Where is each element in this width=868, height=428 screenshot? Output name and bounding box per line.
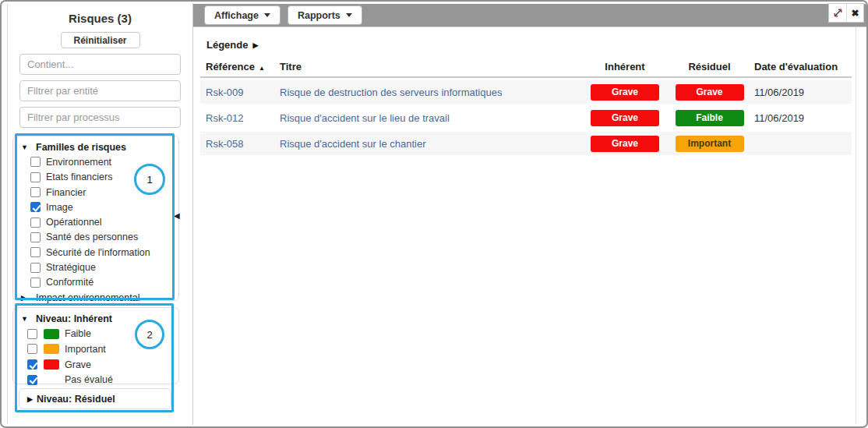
level-item-pas-evalue[interactable]: Pas évalué (13, 372, 178, 387)
diagonal-resize-icon (833, 8, 843, 18)
faible-color-swatch (44, 329, 59, 339)
checkbox-environnement[interactable] (30, 157, 41, 167)
contains-input[interactable] (19, 54, 181, 75)
column-header-inherent[interactable]: Inhérent (582, 61, 668, 73)
table-row[interactable]: Rsk-009 Risque de destruction des serveu… (200, 80, 852, 104)
entity-filter-input[interactable] (19, 80, 181, 101)
checkbox-important[interactable] (27, 344, 37, 354)
grave-color-swatch (44, 359, 59, 370)
legend-toggle[interactable]: Légende ▶ (206, 39, 258, 51)
residual-level-badge: Grave (676, 84, 744, 101)
evaluation-date: 11/06/2019 (751, 87, 849, 98)
risk-reference-link[interactable]: Rsk-009 (200, 87, 280, 98)
filter-sidebar: Risques (3) Réinitialiser ▼ Familles de … (8, 2, 192, 426)
display-dropdown-button[interactable]: Affichage (204, 5, 281, 25)
inner-frame-right (856, 4, 856, 424)
main-toolbar: Affichage Rapports (193, 4, 868, 27)
expand-window-button[interactable] (829, 4, 846, 22)
checkbox-conformite[interactable] (30, 278, 41, 288)
sidebar-collapse-icon[interactable]: ◀ (174, 211, 180, 220)
risk-title-link[interactable]: Risque de destruction des serveurs infor… (280, 87, 582, 98)
residual-level-header[interactable]: ▶ Niveau: Résiduel (19, 389, 171, 409)
family-item-image[interactable]: Image (13, 200, 178, 214)
risk-title-link[interactable]: Risque d'accident sur le lieu de travail (280, 112, 582, 124)
risk-reference-link[interactable]: Rsk-058 (200, 138, 280, 150)
checkbox-etats-financiers[interactable] (30, 172, 41, 182)
page-title: Risques (3) (8, 12, 192, 25)
residual-level-badge: Faible (676, 110, 744, 126)
family-item-operationnel[interactable]: Opérationnel (13, 214, 178, 229)
chevron-collapsed-icon: ▶ (27, 395, 37, 403)
close-icon: ✖ (851, 9, 859, 18)
families-header[interactable]: ▼ Familles de risques (13, 140, 178, 154)
family-item-sante[interactable]: Santé des personnes (13, 230, 178, 245)
column-header-reference[interactable]: Référence▲ (200, 61, 280, 73)
inherent-level-badge: Grave (591, 136, 659, 152)
impact-environnemental-group[interactable]: ▶ Impact environnemental (13, 290, 178, 305)
chevron-collapsed-icon: ▶ (21, 294, 30, 302)
residual-level-badge: Important (676, 136, 744, 152)
reset-button[interactable]: Réinitialiser (61, 32, 140, 48)
checkbox-securite-info[interactable] (30, 247, 41, 257)
residual-level-panel: ▶ Niveau: Résiduel (19, 388, 171, 409)
table-header-row: Référence▲ Titre Inhérent Résiduel Date … (200, 56, 852, 78)
level-item-grave[interactable]: Grave (13, 357, 178, 373)
risk-title-link[interactable]: Risque d'accident sur le chantier (280, 138, 582, 150)
family-item-securite-info[interactable]: Sécurité de l'information (13, 245, 178, 260)
reports-dropdown-button[interactable]: Rapports (288, 5, 362, 25)
checkbox-image[interactable] (30, 202, 41, 212)
table-row[interactable]: Rsk-012 Risque d'accident sur le lieu de… (200, 106, 852, 129)
table-row[interactable]: Rsk-058 Risque d'accident sur le chantie… (200, 132, 852, 155)
checkbox-grave[interactable] (27, 359, 37, 370)
chevron-down-icon (346, 13, 352, 17)
important-color-swatch (44, 344, 59, 354)
process-filter-input[interactable] (19, 107, 181, 128)
annotation-circle-1: 1 (134, 164, 165, 195)
column-header-title[interactable]: Titre (280, 61, 582, 73)
sort-ascending-icon: ▲ (259, 65, 265, 72)
column-header-date[interactable]: Date d'évaluation (751, 61, 849, 73)
checkbox-sante[interactable] (30, 232, 41, 242)
family-item-conformite[interactable]: Conformité (13, 275, 178, 290)
family-item-strategique[interactable]: Stratégique (13, 260, 178, 274)
chevron-right-icon: ▶ (252, 41, 258, 49)
checkbox-financier[interactable] (30, 187, 41, 197)
app-window: Risques (3) Réinitialiser ▼ Familles de … (0, 0, 868, 428)
checkbox-strategique[interactable] (30, 263, 41, 273)
close-window-button[interactable]: ✖ (846, 4, 863, 22)
risk-reference-link[interactable]: Rsk-012 (200, 112, 280, 124)
inherent-level-badge: Grave (591, 110, 659, 126)
checkbox-faible[interactable] (27, 329, 37, 339)
chevron-down-icon (264, 13, 270, 17)
evaluation-date: 11/06/2019 (751, 112, 849, 124)
annotation-circle-2: 2 (135, 320, 164, 349)
inherent-level-badge: Grave (591, 84, 659, 101)
window-controls: ✖ (828, 3, 864, 23)
sidebar-divider (192, 3, 193, 425)
checkbox-pas-evalue[interactable] (27, 375, 37, 385)
chevron-expanded-icon: ▼ (21, 143, 30, 151)
checkbox-operationnel[interactable] (30, 218, 41, 228)
chevron-expanded-icon: ▼ (21, 315, 30, 323)
column-header-residual[interactable]: Résiduel (668, 61, 751, 73)
families-panel: ▼ Familles de risques Environnement Etat… (12, 136, 179, 301)
risks-table: Référence▲ Titre Inhérent Résiduel Date … (200, 56, 852, 155)
